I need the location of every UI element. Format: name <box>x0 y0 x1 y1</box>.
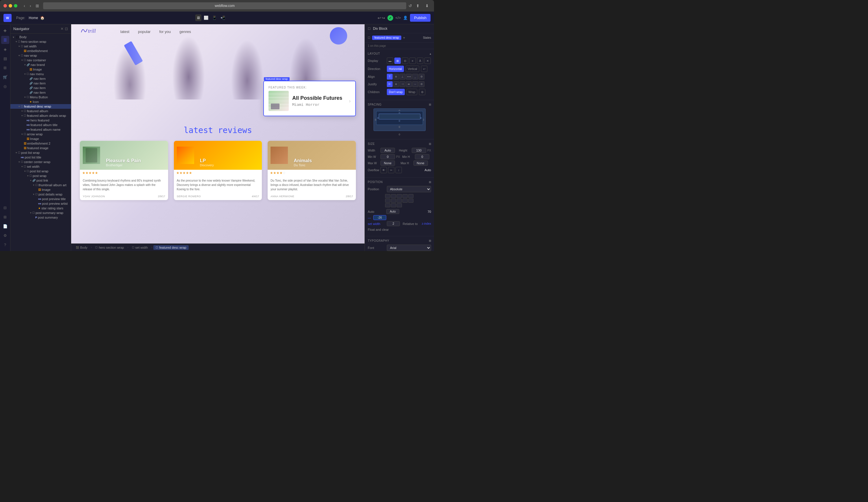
states-dropdown[interactable]: States <box>423 36 431 39</box>
tree-item-embellishment-2[interactable]: 🖼 embellishment 2 <box>10 141 71 146</box>
nav-link-for-you[interactable]: for you <box>159 30 171 34</box>
padding-left-value[interactable]: 0 <box>377 116 379 119</box>
tree-item-post-summary-wrap[interactable]: ▾ ☐ post summary wrap <box>10 210 71 215</box>
overflow-clip-button[interactable]: ✂ <box>388 167 394 173</box>
tree-item-nav-item-1[interactable]: 🔗 nav item <box>10 76 71 81</box>
tree-item-post-list-wrap-1[interactable]: ▾ ☐ post list wrap <box>10 150 71 155</box>
cms-button[interactable]: ⊞ <box>1 64 9 72</box>
display-flex-button[interactable]: ⊞ <box>394 57 401 64</box>
tree-item-post-preview-title[interactable]: H4 post preview title <box>10 197 71 201</box>
review-card-3[interactable]: Animals Du Tonc ★★★★☆ Du Tonc, the side … <box>268 141 356 200</box>
size-expand-icon[interactable]: ⊞ <box>429 142 431 145</box>
publish-button[interactable]: Publish <box>410 14 431 22</box>
justify-start-button[interactable]: ⊢ <box>387 81 393 87</box>
align-baseline-button[interactable]: _ <box>412 74 418 80</box>
justify-around-button[interactable]: ↔ <box>412 81 418 87</box>
padding-right-value[interactable]: 0 <box>420 116 422 119</box>
components-button[interactable]: ⊞ <box>1 213 9 221</box>
bottom-position-input[interactable] <box>373 215 386 220</box>
tree-item-post-list-title[interactable]: H6 post list title <box>10 155 71 160</box>
navigator-button[interactable]: ☰ <box>1 36 9 44</box>
ecommerce-button[interactable]: 🛒 <box>1 73 9 81</box>
overflow-scroll-button[interactable]: ↕ <box>395 167 402 173</box>
anchor-mc[interactable] <box>391 199 396 203</box>
tree-item-menu-button[interactable]: ▾ ☐ Menu Button <box>10 95 71 100</box>
anchor-tr[interactable] <box>397 194 402 198</box>
tree-item-center-center-wrap[interactable]: ▾ ☐ center center wrap <box>10 160 71 164</box>
align-settings-button[interactable]: ⚙ <box>418 74 424 80</box>
tree-item-thumbnail-album-art[interactable]: ▾ ☐ thumbnail album art <box>10 183 71 187</box>
reload-button[interactable]: ↺ <box>409 3 412 8</box>
close-button[interactable] <box>3 4 7 8</box>
tab-button[interactable]: ⊞ <box>34 3 41 9</box>
featured-desc-wrap[interactable]: featured desc wrap FEATURED THIS WEEK: A… <box>263 81 356 116</box>
desktop-view-button[interactable]: 🖥 <box>195 14 202 21</box>
interactions-button[interactable]: ◎ <box>1 82 9 90</box>
featured-arrow-icon[interactable]: › <box>349 98 351 104</box>
tree-item-set-width-2[interactable]: ▾ ☐ set width <box>10 164 71 169</box>
tree-item-nav-brand-image[interactable]: 🖼 Image <box>10 67 71 72</box>
align-stretch-button[interactable]: ⟺ <box>406 74 412 80</box>
tree-item-post-list-wrap-2[interactable]: ▾ ☐ post list wrap <box>10 169 71 174</box>
height-input[interactable] <box>412 148 426 153</box>
assets-button[interactable]: ▤ <box>1 54 9 62</box>
tree-item-star-rating[interactable]: ★ star rating stars <box>10 206 71 210</box>
fullscreen-button[interactable] <box>14 4 17 8</box>
tree-item-featured-album-name[interactable]: H4 featured album name <box>10 127 71 132</box>
min-width-input[interactable] <box>381 154 395 159</box>
address-bar[interactable]: webflow.com <box>43 2 406 9</box>
tree-item-featured-album[interactable]: ▾ ☐ featured album <box>10 109 71 113</box>
tree-item-hero-featured[interactable]: H2 hero featured <box>10 118 71 123</box>
tree-item-post-link[interactable]: ▾ 🔗 post link <box>10 178 71 183</box>
display-inline-button[interactable]: A <box>417 57 423 64</box>
position-expand-icon[interactable]: ⊞ <box>429 180 431 184</box>
justify-center-button[interactable]: ⊕ <box>393 81 399 87</box>
max-height-input[interactable] <box>413 160 428 166</box>
min-height-input[interactable] <box>415 154 430 159</box>
tree-item-post-wrap[interactable]: ▾ ☐ post wrap <box>10 174 71 178</box>
align-center-button[interactable]: ⊕ <box>393 74 399 80</box>
direction-vertical-button[interactable]: Vertical <box>406 66 419 72</box>
anchor-tl[interactable] <box>385 194 390 198</box>
anchor-mr[interactable] <box>397 199 402 203</box>
tree-item-nav-menu[interactable]: ▾ ☐ nav menu <box>10 72 71 76</box>
redo-button[interactable]: ↪ <box>382 15 385 20</box>
tree-item-featured-album-details[interactable]: ▾ ☐ featured album details wrap <box>10 113 71 118</box>
spacing-expand-icon[interactable]: ⊞ <box>429 103 431 106</box>
tree-item-set-width-1[interactable]: ▾ ☐ set width <box>10 44 71 49</box>
review-card-2[interactable]: LP Discovery ★★★★★ As the precursor to t… <box>174 141 262 200</box>
tree-item-arrow-image[interactable]: 🖼 Image <box>10 136 71 141</box>
margin-bottom-value[interactable]: 0 <box>376 125 423 128</box>
add-element-button[interactable]: ✚ <box>1 27 9 35</box>
code-view-button[interactable]: </> <box>395 15 401 20</box>
tablet-view-button[interactable]: ⬜ <box>203 14 210 21</box>
tree-item-post-summary[interactable]: P post summary <box>10 215 71 220</box>
tree-item-featured-image[interactable]: 🖼 featured image <box>10 146 71 150</box>
spacing-center-value[interactable]: 0 <box>399 133 400 136</box>
position-type-select[interactable]: Absolute Static Relative Fixed Sticky <box>387 186 431 192</box>
expand-navigator-button[interactable]: ⊡ <box>65 27 68 31</box>
tree-item-thumb-image[interactable]: 🖼 Image <box>10 187 71 192</box>
anchor-ml[interactable] <box>385 199 390 203</box>
anchor-bl[interactable] <box>385 203 390 207</box>
tree-item-icon[interactable]: ★ Icon <box>10 100 71 104</box>
downloads-button[interactable]: ⬇ <box>424 3 431 9</box>
display-grid-button[interactable]: ⊟ <box>402 57 408 64</box>
add-class-button[interactable]: + <box>403 36 405 40</box>
wrap-settings-button[interactable]: ⚙ <box>419 89 425 95</box>
overflow-visible-button[interactable]: 👁 <box>381 167 387 173</box>
wrap-button[interactable]: Wrap <box>406 89 417 95</box>
breadcrumb-featured-desc-wrap[interactable]: ☐ featured desc wrap <box>153 245 189 250</box>
tree-item-featured-album-title[interactable]: H3 featured album title <box>10 123 71 127</box>
display-inline-flex-button[interactable]: ≡ <box>410 57 416 64</box>
anchor-tc[interactable] <box>391 194 396 198</box>
review-card-1[interactable]: Pleasure & Pain Brothertiger ★★★★★ Combi… <box>80 141 168 200</box>
direction-horizontal-button[interactable]: Horizontal <box>387 66 404 72</box>
tree-item-post-details-wrap[interactable]: ▾ ☐ post details wrap <box>10 192 71 197</box>
width-input[interactable] <box>381 148 395 153</box>
typography-expand-icon[interactable]: ⊞ <box>429 239 431 242</box>
align-start-button[interactable]: ⊤ <box>387 74 393 80</box>
style-manager-button[interactable]: ◈ <box>1 45 9 53</box>
padding-bottom-value[interactable]: 0 <box>379 119 421 122</box>
padding-top-value[interactable]: 0 <box>399 112 400 115</box>
